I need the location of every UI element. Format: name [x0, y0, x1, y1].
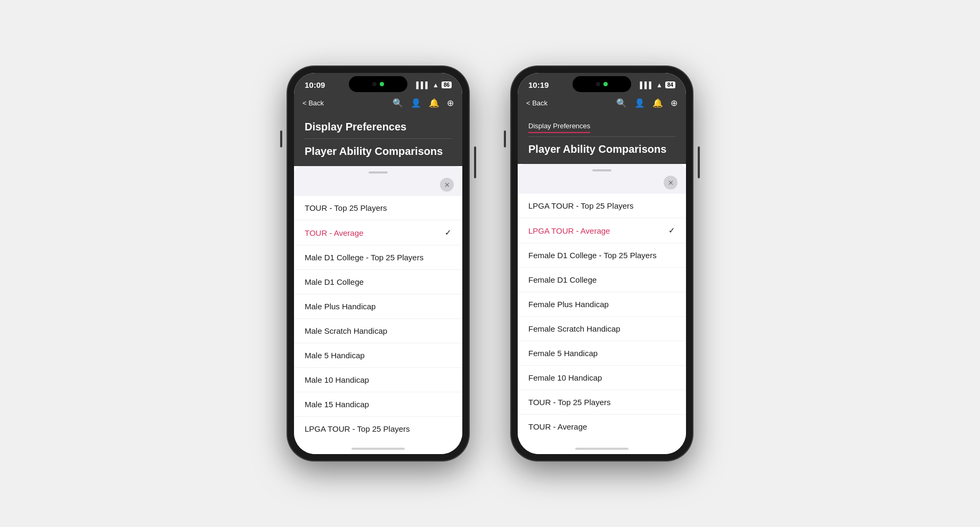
header-tabs-2: Display Preferences: [528, 121, 675, 136]
search-icon-2[interactable]: 🔍: [616, 98, 627, 108]
wifi-icon-2: ▲: [656, 81, 663, 89]
nav-icons-1: 🔍 👤 🔔 ⊕: [393, 98, 454, 108]
wifi-icon-1: ▲: [432, 81, 439, 89]
list-item[interactable]: TOUR - Top 25 Players: [518, 390, 686, 415]
sheet-close-row-1: ✕: [294, 178, 462, 196]
list-2[interactable]: LPGA TOUR - Top 25 PlayersLPGA TOUR - Av…: [518, 194, 686, 443]
list-item[interactable]: LPGA TOUR - Average✓: [518, 218, 686, 243]
camera-1: [372, 82, 377, 86]
list-item[interactable]: Male 5 Handicap: [294, 343, 462, 368]
phone-1: 10:09 ▌▌▌ ▲ 86 < Back 🔍 👤 🔔 ⊕ D: [288, 67, 469, 460]
content-area-1: Display Preferences Player Ability Compa…: [294, 112, 462, 166]
status-time-1: 10:09: [305, 80, 325, 89]
status-icons-2: ▌▌▌ ▲ 84: [640, 81, 675, 89]
list-item[interactable]: Female Plus Handicap: [518, 292, 686, 317]
search-icon-1[interactable]: 🔍: [393, 98, 403, 108]
nav-bar-2: < Back 🔍 👤 🔔 ⊕: [518, 94, 686, 112]
add-icon-2[interactable]: ⊕: [671, 98, 677, 108]
add-icon-1[interactable]: ⊕: [447, 98, 454, 108]
camera-2: [596, 82, 600, 86]
nav-icons-2: 🔍 👤 🔔 ⊕: [616, 98, 677, 108]
camera-dot-green-1: [380, 82, 384, 86]
list-item[interactable]: Female 5 Handicap: [518, 341, 686, 366]
dynamic-island-1: [349, 76, 407, 92]
content-area-2: Display Preferences Player Ability Compa…: [518, 112, 686, 164]
person-icon-2[interactable]: 👤: [634, 98, 645, 108]
home-indicator-1: [352, 448, 405, 450]
back-button-2[interactable]: < Back: [526, 99, 548, 107]
display-prefs-tab-2: Display Preferences: [528, 121, 590, 136]
screen-1: 10:09 ▌▌▌ ▲ 86 < Back 🔍 👤 🔔 ⊕ D: [294, 73, 462, 454]
list-1[interactable]: TOUR - Top 25 PlayersTOUR - Average✓Male…: [294, 196, 462, 443]
list-item[interactable]: Female D1 College - Top 25 Players: [518, 243, 686, 268]
section-title-1: Player Ability Comparisons: [305, 145, 443, 157]
signal-icon-2: ▌▌▌: [640, 81, 654, 89]
sheet-handle-1: [369, 171, 388, 174]
bell-icon-1[interactable]: 🔔: [429, 98, 439, 108]
sheet-handle-area-2: [518, 164, 686, 176]
dynamic-island-2: [573, 76, 631, 92]
list-item[interactable]: TOUR - Average✓: [294, 220, 462, 245]
list-item[interactable]: Female 10 Handicap: [518, 366, 686, 390]
status-time-2: 10:19: [528, 80, 549, 89]
section-title-2: Player Ability Comparisons: [528, 143, 666, 155]
status-icons-1: ▌▌▌ ▲ 86: [416, 81, 452, 89]
signal-icon-1: ▌▌▌: [416, 81, 430, 89]
bottom-bar-2: [518, 443, 686, 454]
phone-2: 10:19 ▌▌▌ ▲ 84 < Back 🔍 👤 🔔 ⊕: [511, 67, 692, 460]
close-button-1[interactable]: ✕: [440, 178, 454, 192]
list-item[interactable]: Female D1 College: [518, 268, 686, 292]
camera-dot-green-2: [603, 82, 608, 86]
display-prefs-label-2[interactable]: Display Preferences: [528, 122, 590, 133]
list-item[interactable]: Male D1 College: [294, 270, 462, 294]
list-item[interactable]: LPGA TOUR - Top 25 Players: [518, 194, 686, 218]
sheet-handle-area-1: [294, 166, 462, 178]
bell-icon-2[interactable]: 🔔: [652, 98, 663, 108]
list-item[interactable]: LPGA TOUR - Top 25 Players: [294, 417, 462, 441]
list-item[interactable]: Male 10 Handicap: [294, 368, 462, 392]
list-item[interactable]: Male D1 College - Top 25 Players: [294, 245, 462, 270]
list-item[interactable]: TOUR - Average: [518, 415, 686, 439]
page-title-1: Display Preferences: [305, 121, 406, 133]
close-button-2[interactable]: ✕: [664, 176, 677, 190]
nav-bar-1: < Back 🔍 👤 🔔 ⊕: [294, 94, 462, 112]
person-icon-1[interactable]: 👤: [411, 98, 421, 108]
bottom-bar-1: [294, 443, 462, 454]
list-item[interactable]: Male Scratch Handicap: [294, 319, 462, 343]
back-button-1[interactable]: < Back: [303, 99, 324, 107]
list-item[interactable]: Male 15 Handicap: [294, 392, 462, 417]
list-item[interactable]: Male Plus Handicap: [294, 294, 462, 319]
list-item[interactable]: TOUR - Top 25 Players: [294, 196, 462, 220]
list-item[interactable]: Female Scratch Handicap: [518, 317, 686, 341]
home-indicator-2: [575, 448, 628, 450]
screen-2: 10:19 ▌▌▌ ▲ 84 < Back 🔍 👤 🔔 ⊕: [518, 73, 686, 454]
battery-icon-1: 86: [442, 81, 452, 88]
sheet-handle-2: [592, 169, 611, 171]
sheet-close-row-2: ✕: [518, 176, 686, 194]
phones-container: 10:09 ▌▌▌ ▲ 86 < Back 🔍 👤 🔔 ⊕ D: [288, 67, 692, 460]
bottom-sheet-2: ✕ LPGA TOUR - Top 25 PlayersLPGA TOUR - …: [518, 164, 686, 454]
battery-icon-2: 84: [665, 81, 675, 88]
bottom-sheet-1: ✕ TOUR - Top 25 PlayersTOUR - Average✓Ma…: [294, 166, 462, 454]
